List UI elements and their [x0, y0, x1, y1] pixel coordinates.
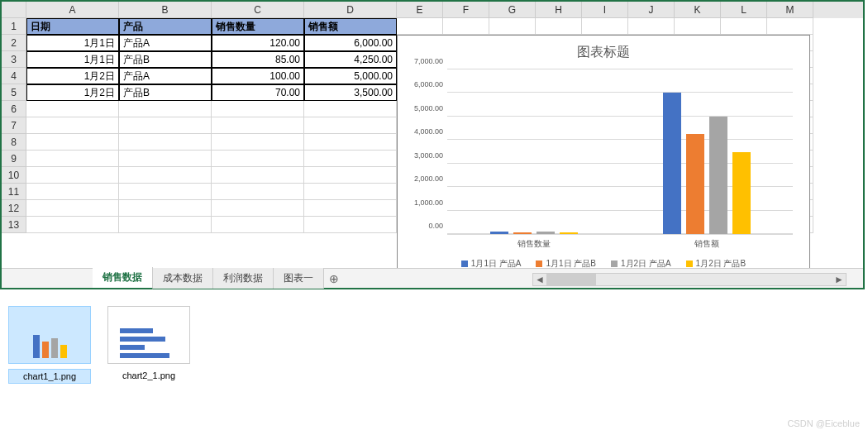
chart-bar: [537, 232, 555, 234]
col-header-F[interactable]: F: [443, 2, 489, 18]
column-header-row: A B C D E F G H I J K L M: [2, 2, 863, 18]
col-header-M[interactable]: M: [767, 2, 813, 18]
embedded-chart[interactable]: 图表标题 0.001,000.002,000.003,000.004,000.0…: [397, 35, 810, 273]
file-name-1: chart2_1.png: [107, 369, 190, 382]
y-tick: 2,000.00: [414, 174, 443, 183]
y-tick: 5,000.00: [414, 104, 443, 112]
row-header-8[interactable]: 8: [2, 134, 26, 151]
scroll-left-icon[interactable]: ◄: [533, 274, 546, 285]
chart-x-label-1: 销售额: [620, 238, 793, 250]
cell-D4[interactable]: 5,000.00: [304, 68, 397, 84]
scroll-thumb[interactable]: [546, 274, 596, 285]
chart-x-label-0: 销售数量: [447, 238, 620, 250]
cell-D2[interactable]: 6,000.00: [304, 35, 397, 51]
col-header-I[interactable]: I: [582, 2, 628, 18]
chart-y-axis: 0.001,000.002,000.003,000.004,000.005,00…: [402, 69, 443, 234]
watermark-text: CSDN @Eiceblue: [787, 418, 860, 428]
y-tick: 3,000.00: [414, 151, 443, 160]
y-tick: 7,000.00: [414, 57, 443, 65]
cell-B5[interactable]: 产品B: [119, 84, 212, 101]
cell-B1[interactable]: 产品: [119, 18, 212, 35]
cell-C1[interactable]: 销售数量: [212, 18, 304, 35]
row-header-column: 1 2 3 4 5 6 7 8 9 10 11 12 13: [2, 18, 26, 258]
file-thumbnail-1: [107, 306, 190, 364]
row-header-9[interactable]: 9: [2, 151, 26, 167]
row-header-1[interactable]: 1: [2, 18, 26, 35]
cell-C5[interactable]: 70.00: [212, 84, 304, 101]
scroll-right-icon[interactable]: ►: [832, 274, 846, 285]
sheet-tab-bar: 销售数据 成本数据 利润数据 图表一 ⊕ ◄ ►: [2, 268, 863, 288]
cell-D3[interactable]: 4,250.00: [304, 51, 397, 68]
cell-A5[interactable]: 1月2日: [26, 84, 119, 101]
cell-A1[interactable]: 日期: [26, 18, 119, 35]
y-tick: 1,000.00: [414, 198, 443, 207]
sheet-tab-1[interactable]: 成本数据: [153, 268, 213, 289]
cell-A2[interactable]: 1月1日: [26, 35, 119, 51]
chart-title: 图表标题: [398, 36, 809, 69]
row-header-4[interactable]: 4: [2, 68, 26, 84]
y-tick: 0.00: [428, 222, 443, 230]
file-explorer-area: chart1_1.png chart2_1.png: [0, 289, 868, 384]
row-header-13[interactable]: 13: [2, 217, 26, 233]
col-header-E[interactable]: E: [397, 2, 443, 18]
file-item-0[interactable]: chart1_1.png: [8, 306, 91, 384]
horizontal-scrollbar[interactable]: ◄ ►: [532, 273, 847, 286]
cell-B3[interactable]: 产品B: [119, 51, 212, 68]
chart-bar: [490, 232, 508, 234]
y-tick: 4,000.00: [414, 127, 443, 136]
cell-C2[interactable]: 120.00: [212, 35, 304, 51]
col-header-L[interactable]: L: [721, 2, 767, 18]
cell-C4[interactable]: 100.00: [212, 68, 304, 84]
chart-bars: [447, 69, 793, 234]
col-header-K[interactable]: K: [675, 2, 721, 18]
chart-plot-area: 0.001,000.002,000.003,000.004,000.005,00…: [447, 69, 793, 235]
col-header-C[interactable]: C: [212, 2, 304, 18]
spreadsheet-window: A B C D E F G H I J K L M 1 2 3 4 5 6 7 …: [0, 0, 865, 289]
chart-bar: [709, 117, 727, 234]
chart-bar: [663, 93, 681, 234]
cell-C3[interactable]: 85.00: [212, 51, 304, 68]
col-header-H[interactable]: H: [536, 2, 582, 18]
col-header-G[interactable]: G: [489, 2, 536, 18]
cell-B4[interactable]: 产品A: [119, 68, 212, 84]
cell-D5[interactable]: 3,500.00: [304, 84, 397, 101]
sheet-tab-2[interactable]: 利润数据: [213, 268, 274, 289]
chart-bar: [513, 232, 532, 234]
file-thumbnail-0: [8, 306, 91, 364]
select-all-corner[interactable]: [2, 2, 26, 18]
row-header-7[interactable]: 7: [2, 117, 26, 134]
row-header-5[interactable]: 5: [2, 84, 26, 101]
row-header-10[interactable]: 10: [2, 167, 26, 184]
chart-bar: [686, 134, 704, 234]
file-name-0: chart1_1.png: [8, 369, 91, 384]
cell-A3[interactable]: 1月1日: [26, 51, 119, 68]
cell-A4[interactable]: 1月2日: [26, 68, 119, 84]
cell-B2[interactable]: 产品A: [119, 35, 212, 51]
y-tick: 6,000.00: [414, 80, 443, 88]
sheet-tab-0[interactable]: 销售数据: [93, 267, 153, 289]
col-header-J[interactable]: J: [628, 2, 675, 18]
sheet-tab-3[interactable]: 图表一: [274, 268, 324, 289]
chart-bar: [732, 152, 751, 235]
row-header-12[interactable]: 12: [2, 200, 26, 217]
row-header-6[interactable]: 6: [2, 101, 26, 117]
col-header-B[interactable]: B: [119, 2, 212, 18]
row-header-3[interactable]: 3: [2, 51, 26, 68]
cell-D1[interactable]: 销售额: [304, 18, 397, 35]
chart-bar: [560, 232, 578, 234]
col-header-D[interactable]: D: [304, 2, 397, 18]
add-sheet-button[interactable]: ⊕: [324, 272, 344, 285]
col-header-A[interactable]: A: [26, 2, 119, 18]
row-header-11[interactable]: 11: [2, 184, 26, 200]
cell-grid[interactable]: 日期 产品 销售数量 销售额 1月1日 产品A 120.00 6,000.00 …: [26, 18, 863, 258]
row-header-2[interactable]: 2: [2, 35, 26, 51]
file-item-1[interactable]: chart2_1.png: [107, 306, 190, 384]
